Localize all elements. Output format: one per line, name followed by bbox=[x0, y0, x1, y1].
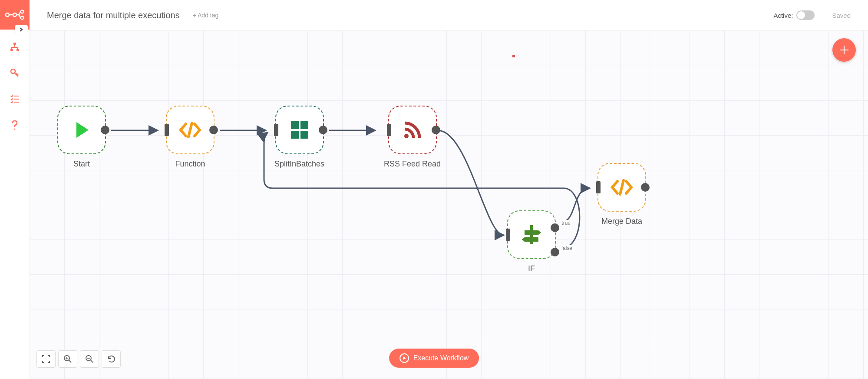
svg-point-17 bbox=[404, 134, 409, 138]
output-label-false: false bbox=[561, 245, 573, 251]
list-icon bbox=[10, 95, 19, 103]
input-port[interactable] bbox=[387, 124, 391, 136]
reset-button[interactable] bbox=[102, 350, 121, 368]
code-icon bbox=[611, 179, 633, 196]
input-port[interactable] bbox=[596, 181, 601, 193]
node-merge[interactable]: Merge Data bbox=[597, 163, 646, 226]
svg-rect-6 bbox=[17, 49, 19, 51]
zoom-out-button[interactable] bbox=[80, 350, 99, 368]
active-toggle[interactable] bbox=[796, 10, 815, 20]
svg-rect-4 bbox=[13, 43, 16, 45]
help-icon bbox=[12, 120, 18, 130]
zoom-in-button[interactable] bbox=[58, 350, 77, 368]
output-port[interactable] bbox=[641, 183, 650, 192]
input-port[interactable] bbox=[274, 124, 278, 136]
node-start[interactable]: Start bbox=[57, 106, 106, 169]
node-label: RSS Feed Read bbox=[384, 160, 441, 169]
svg-line-19 bbox=[620, 180, 624, 194]
fullscreen-icon bbox=[42, 355, 50, 363]
node-label: IF bbox=[528, 264, 535, 273]
svg-line-27 bbox=[91, 360, 93, 362]
node-split[interactable]: SplitInBatches bbox=[274, 106, 324, 169]
svg-line-12 bbox=[188, 123, 192, 137]
node-if[interactable]: true false IF bbox=[507, 210, 556, 273]
expand-sidebar-button[interactable] bbox=[15, 25, 28, 34]
plus-icon bbox=[839, 45, 849, 55]
workflows-icon bbox=[10, 42, 20, 52]
header-bar: Merge data for multiple executions + Add… bbox=[30, 0, 868, 30]
svg-rect-5 bbox=[10, 49, 13, 51]
canvas-controls bbox=[36, 350, 121, 368]
zoom-in-icon bbox=[63, 355, 72, 363]
code-icon bbox=[179, 121, 201, 139]
output-port-false[interactable] bbox=[551, 248, 559, 256]
svg-point-2 bbox=[21, 10, 24, 13]
active-toggle-group: Active: bbox=[773, 10, 815, 20]
svg-point-1 bbox=[13, 13, 17, 17]
node-function[interactable]: Function bbox=[166, 106, 215, 169]
marker-dot bbox=[512, 55, 515, 57]
fit-view-button[interactable] bbox=[36, 350, 56, 368]
node-label: Function bbox=[175, 160, 205, 169]
input-port[interactable] bbox=[506, 229, 510, 241]
sidebar bbox=[0, 0, 30, 379]
rss-icon bbox=[403, 120, 422, 140]
sidebar-item-workflows[interactable] bbox=[10, 42, 20, 52]
svg-rect-14 bbox=[300, 121, 308, 129]
svg-rect-15 bbox=[291, 131, 299, 139]
output-port[interactable] bbox=[101, 126, 109, 134]
output-port[interactable] bbox=[319, 126, 327, 134]
svg-rect-16 bbox=[300, 131, 308, 139]
svg-rect-13 bbox=[291, 121, 299, 129]
branch-icon bbox=[522, 224, 541, 245]
zoom-out-icon bbox=[85, 355, 94, 363]
play-icon bbox=[71, 120, 92, 140]
svg-point-8 bbox=[14, 129, 16, 130]
execute-label: Execute Workflow bbox=[413, 354, 469, 362]
node-label: SplitInBatches bbox=[274, 160, 324, 169]
app-logo[interactable] bbox=[0, 0, 30, 30]
sidebar-item-help[interactable] bbox=[10, 120, 20, 130]
n8n-logo-icon bbox=[5, 10, 24, 20]
node-label: Merge Data bbox=[601, 217, 642, 226]
active-label: Active: bbox=[773, 12, 793, 19]
chevron-right-icon bbox=[20, 27, 23, 32]
node-label: Start bbox=[73, 160, 90, 169]
play-circle-icon bbox=[399, 353, 409, 363]
output-port-true[interactable] bbox=[551, 223, 559, 232]
execute-workflow-button[interactable]: Execute Workflow bbox=[389, 349, 479, 368]
output-label-true: true bbox=[561, 220, 571, 226]
saved-status: Saved bbox=[832, 12, 851, 19]
workflow-canvas[interactable]: Start Function SplitInBatches bbox=[30, 30, 868, 379]
output-port[interactable] bbox=[432, 126, 440, 134]
output-port[interactable] bbox=[209, 126, 218, 134]
add-node-button[interactable] bbox=[832, 38, 856, 62]
sidebar-item-credentials[interactable] bbox=[10, 68, 20, 78]
svg-point-0 bbox=[6, 13, 9, 17]
svg-point-3 bbox=[21, 17, 24, 20]
node-rss[interactable]: RSS Feed Read bbox=[384, 106, 441, 169]
connections-layer bbox=[30, 31, 868, 379]
sidebar-item-executions[interactable] bbox=[10, 94, 20, 104]
undo-icon bbox=[107, 355, 116, 363]
workflow-title[interactable]: Merge data for multiple executions bbox=[47, 10, 180, 20]
add-tag-button[interactable]: + Add tag bbox=[193, 12, 219, 19]
grid-icon bbox=[290, 120, 309, 140]
input-port[interactable] bbox=[165, 124, 169, 136]
svg-line-23 bbox=[69, 360, 71, 362]
key-icon bbox=[10, 69, 19, 77]
